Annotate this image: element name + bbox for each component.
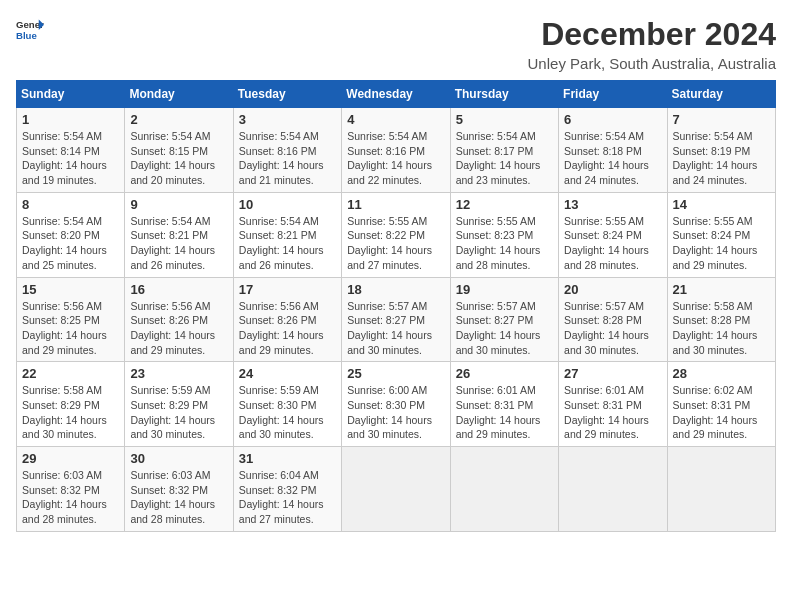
daylight-label: Daylight: 14 hours	[130, 498, 215, 510]
sunrise-label: Sunrise: 5:56 AM	[239, 300, 319, 312]
sunrise-label: Sunrise: 6:03 AM	[130, 469, 210, 481]
daylight-label: Daylight: 14 hours	[22, 498, 107, 510]
sunrise-label: Sunrise: 5:55 AM	[347, 215, 427, 227]
sunrise-label: Sunrise: 5:54 AM	[347, 130, 427, 142]
calendar-day-cell: 26 Sunrise: 6:01 AM Sunset: 8:31 PM Dayl…	[450, 362, 558, 447]
day-info: Sunrise: 5:54 AM Sunset: 8:21 PM Dayligh…	[130, 214, 227, 273]
daylight-minutes: and 29 minutes.	[239, 344, 314, 356]
daylight-label: Daylight: 14 hours	[130, 159, 215, 171]
daylight-minutes: and 27 minutes.	[347, 259, 422, 271]
daylight-minutes: and 26 minutes.	[130, 259, 205, 271]
weekday-header-saturday: Saturday	[667, 81, 775, 108]
sunrise-label: Sunrise: 5:55 AM	[673, 215, 753, 227]
title-block: December 2024 Unley Park, South Australi…	[528, 16, 776, 72]
daylight-minutes: and 28 minutes.	[130, 513, 205, 525]
sunrise-label: Sunrise: 5:54 AM	[22, 215, 102, 227]
sunset-label: Sunset: 8:30 PM	[239, 399, 317, 411]
day-info: Sunrise: 5:56 AM Sunset: 8:26 PM Dayligh…	[130, 299, 227, 358]
day-number: 28	[673, 366, 770, 381]
calendar-day-cell: 4 Sunrise: 5:54 AM Sunset: 8:16 PM Dayli…	[342, 108, 450, 193]
day-info: Sunrise: 6:02 AM Sunset: 8:31 PM Dayligh…	[673, 383, 770, 442]
daylight-minutes: and 29 minutes.	[673, 259, 748, 271]
sunset-label: Sunset: 8:16 PM	[347, 145, 425, 157]
daylight-label: Daylight: 14 hours	[456, 414, 541, 426]
daylight-minutes: and 29 minutes.	[22, 344, 97, 356]
sunset-label: Sunset: 8:29 PM	[130, 399, 208, 411]
day-info: Sunrise: 5:59 AM Sunset: 8:29 PM Dayligh…	[130, 383, 227, 442]
sunset-label: Sunset: 8:21 PM	[239, 229, 317, 241]
sunset-label: Sunset: 8:16 PM	[239, 145, 317, 157]
weekday-header-row: SundayMondayTuesdayWednesdayThursdayFrid…	[17, 81, 776, 108]
daylight-label: Daylight: 14 hours	[239, 329, 324, 341]
calendar-day-cell: 18 Sunrise: 5:57 AM Sunset: 8:27 PM Dayl…	[342, 277, 450, 362]
sunrise-label: Sunrise: 5:54 AM	[22, 130, 102, 142]
sunrise-label: Sunrise: 5:54 AM	[673, 130, 753, 142]
daylight-label: Daylight: 14 hours	[22, 244, 107, 256]
daylight-minutes: and 29 minutes.	[673, 428, 748, 440]
calendar-week-row: 15 Sunrise: 5:56 AM Sunset: 8:25 PM Dayl…	[17, 277, 776, 362]
daylight-label: Daylight: 14 hours	[347, 329, 432, 341]
day-number: 8	[22, 197, 119, 212]
day-number: 7	[673, 112, 770, 127]
daylight-minutes: and 29 minutes.	[456, 428, 531, 440]
weekday-header-thursday: Thursday	[450, 81, 558, 108]
day-info: Sunrise: 6:03 AM Sunset: 8:32 PM Dayligh…	[22, 468, 119, 527]
daylight-minutes: and 24 minutes.	[564, 174, 639, 186]
day-info: Sunrise: 5:55 AM Sunset: 8:22 PM Dayligh…	[347, 214, 444, 273]
daylight-minutes: and 30 minutes.	[130, 428, 205, 440]
calendar-day-cell: 14 Sunrise: 5:55 AM Sunset: 8:24 PM Dayl…	[667, 192, 775, 277]
day-info: Sunrise: 5:54 AM Sunset: 8:18 PM Dayligh…	[564, 129, 661, 188]
daylight-minutes: and 19 minutes.	[22, 174, 97, 186]
day-number: 9	[130, 197, 227, 212]
day-info: Sunrise: 6:01 AM Sunset: 8:31 PM Dayligh…	[564, 383, 661, 442]
calendar-day-cell	[342, 447, 450, 532]
day-number: 27	[564, 366, 661, 381]
daylight-minutes: and 30 minutes.	[347, 344, 422, 356]
sunset-label: Sunset: 8:26 PM	[130, 314, 208, 326]
calendar-day-cell: 6 Sunrise: 5:54 AM Sunset: 8:18 PM Dayli…	[559, 108, 667, 193]
sunrise-label: Sunrise: 5:54 AM	[130, 215, 210, 227]
daylight-minutes: and 27 minutes.	[239, 513, 314, 525]
daylight-minutes: and 26 minutes.	[239, 259, 314, 271]
calendar-week-row: 1 Sunrise: 5:54 AM Sunset: 8:14 PM Dayli…	[17, 108, 776, 193]
daylight-label: Daylight: 14 hours	[130, 414, 215, 426]
sunrise-label: Sunrise: 5:54 AM	[456, 130, 536, 142]
daylight-minutes: and 30 minutes.	[673, 344, 748, 356]
calendar-day-cell: 15 Sunrise: 5:56 AM Sunset: 8:25 PM Dayl…	[17, 277, 125, 362]
day-number: 31	[239, 451, 336, 466]
sunrise-label: Sunrise: 6:02 AM	[673, 384, 753, 396]
sunrise-label: Sunrise: 5:56 AM	[22, 300, 102, 312]
calendar-day-cell: 27 Sunrise: 6:01 AM Sunset: 8:31 PM Dayl…	[559, 362, 667, 447]
sunset-label: Sunset: 8:21 PM	[130, 229, 208, 241]
day-info: Sunrise: 5:54 AM Sunset: 8:20 PM Dayligh…	[22, 214, 119, 273]
sunset-label: Sunset: 8:22 PM	[347, 229, 425, 241]
daylight-label: Daylight: 14 hours	[239, 498, 324, 510]
day-number: 2	[130, 112, 227, 127]
day-number: 16	[130, 282, 227, 297]
sunrise-label: Sunrise: 5:59 AM	[239, 384, 319, 396]
day-info: Sunrise: 5:54 AM Sunset: 8:17 PM Dayligh…	[456, 129, 553, 188]
daylight-label: Daylight: 14 hours	[130, 244, 215, 256]
calendar-day-cell: 20 Sunrise: 5:57 AM Sunset: 8:28 PM Dayl…	[559, 277, 667, 362]
day-number: 21	[673, 282, 770, 297]
day-info: Sunrise: 5:57 AM Sunset: 8:28 PM Dayligh…	[564, 299, 661, 358]
sunrise-label: Sunrise: 5:54 AM	[130, 130, 210, 142]
sunset-label: Sunset: 8:27 PM	[456, 314, 534, 326]
day-info: Sunrise: 5:57 AM Sunset: 8:27 PM Dayligh…	[347, 299, 444, 358]
daylight-minutes: and 28 minutes.	[456, 259, 531, 271]
day-info: Sunrise: 6:03 AM Sunset: 8:32 PM Dayligh…	[130, 468, 227, 527]
sunset-label: Sunset: 8:26 PM	[239, 314, 317, 326]
sunset-label: Sunset: 8:32 PM	[239, 484, 317, 496]
day-number: 24	[239, 366, 336, 381]
day-number: 6	[564, 112, 661, 127]
calendar-day-cell	[450, 447, 558, 532]
calendar-day-cell: 9 Sunrise: 5:54 AM Sunset: 8:21 PM Dayli…	[125, 192, 233, 277]
daylight-label: Daylight: 14 hours	[673, 159, 758, 171]
sunrise-label: Sunrise: 5:54 AM	[239, 215, 319, 227]
sunset-label: Sunset: 8:32 PM	[22, 484, 100, 496]
day-info: Sunrise: 5:56 AM Sunset: 8:26 PM Dayligh…	[239, 299, 336, 358]
sunrise-label: Sunrise: 5:58 AM	[22, 384, 102, 396]
daylight-label: Daylight: 14 hours	[673, 414, 758, 426]
day-number: 19	[456, 282, 553, 297]
day-info: Sunrise: 5:57 AM Sunset: 8:27 PM Dayligh…	[456, 299, 553, 358]
